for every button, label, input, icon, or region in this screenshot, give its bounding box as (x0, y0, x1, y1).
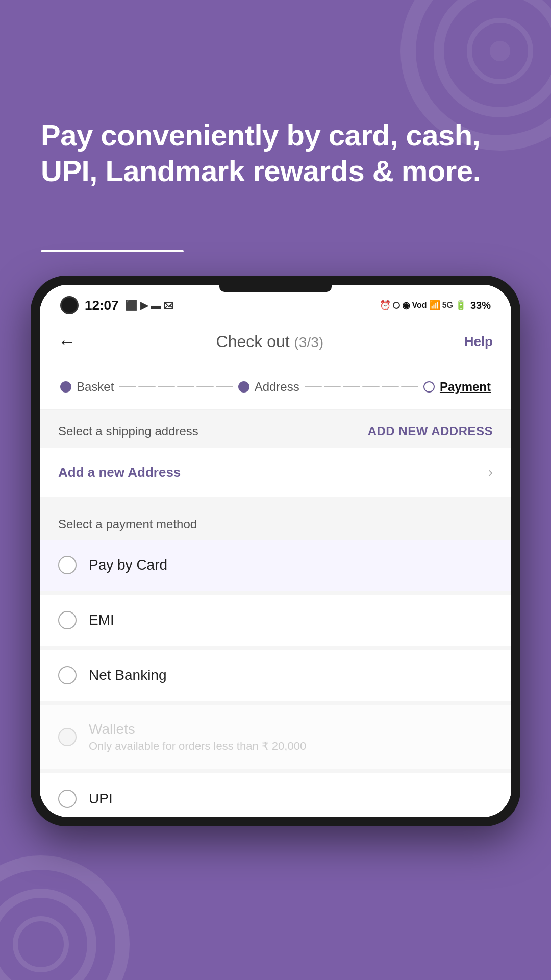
payment-emi-label: EMI (89, 612, 114, 628)
status-signal-icons: ⏰ ◉ Vod 📶 5G 🔋 (380, 300, 466, 311)
radio-netbanking[interactable] (58, 666, 77, 684)
payment-option-card[interactable]: Pay by Card (40, 540, 511, 591)
payment-card-label: Pay by Card (89, 557, 167, 573)
address-chevron-icon: › (488, 464, 493, 480)
radio-upi[interactable] (58, 790, 77, 808)
step-address: Address (238, 380, 299, 394)
step-dashes-1 (114, 386, 238, 387)
step-payment: Payment (423, 380, 491, 394)
payment-option-upi[interactable]: UPI (40, 773, 511, 813)
back-icon: ← (58, 332, 76, 352)
step-payment-label: Payment (440, 380, 491, 394)
phone-notch (219, 285, 332, 292)
checkout-nav-bar: ← Check out (3/3) Help (40, 320, 511, 364)
payment-option-wallets: Wallets Only available for orders less t… (40, 705, 511, 769)
step-basket-dot (60, 381, 71, 393)
battery-percentage: 33% (470, 300, 491, 311)
header-divider (41, 250, 184, 252)
phone-screen: 12:07 ⬛ ▶ ▬ 🖂 ⏰ ◉ Vod 📶 5G 🔋 33% (40, 285, 511, 817)
add-new-address-link[interactable]: ADD NEW ADDRESS (368, 424, 493, 438)
radio-card[interactable] (58, 556, 77, 574)
radio-emi[interactable] (58, 611, 77, 629)
step-address-dot (238, 381, 249, 393)
add-address-row[interactable]: Add a new Address › (40, 448, 511, 497)
shipping-section-header: Select a shipping address ADD NEW ADDRES… (40, 410, 511, 448)
checkout-progress: Basket Address Payment (40, 364, 511, 410)
shipping-section-title: Select a shipping address (58, 424, 198, 438)
payment-section-title: Select a payment method (40, 505, 511, 540)
step-basket-label: Basket (77, 380, 114, 394)
status-time: 12:07 (85, 298, 119, 313)
step-address-label: Address (255, 380, 299, 394)
step-dashes-2 (299, 386, 423, 387)
payment-wallets-label: Wallets (89, 721, 306, 738)
step-payment-dot (423, 381, 435, 393)
payment-option-emi[interactable]: EMI (40, 595, 511, 646)
back-button[interactable]: ← (58, 332, 76, 352)
phone-mockup: 12:07 ⬛ ▶ ▬ 🖂 ⏰ ◉ Vod 📶 5G 🔋 33% (31, 276, 520, 980)
step-basket: Basket (60, 380, 114, 394)
payment-netbanking-label: Net Banking (89, 667, 167, 683)
add-address-text: Add a new Address (58, 464, 181, 480)
help-button[interactable]: Help (464, 334, 493, 350)
payment-upi-label: UPI (89, 791, 113, 807)
svg-point-3 (490, 41, 510, 61)
payment-wallets-sublabel: Only available for orders less than ₹ 20… (89, 740, 306, 753)
header-tagline: Pay conveniently by card, cash, UPI, Lan… (41, 117, 510, 188)
camera-icon (60, 296, 79, 314)
page-title: Check out (3/3) (216, 332, 324, 351)
status-app-icons: ⬛ ▶ ▬ 🖂 (125, 299, 174, 311)
payment-option-netbanking[interactable]: Net Banking (40, 650, 511, 701)
radio-wallets (58, 728, 77, 746)
checkout-content: Select a shipping address ADD NEW ADDRES… (40, 410, 511, 813)
